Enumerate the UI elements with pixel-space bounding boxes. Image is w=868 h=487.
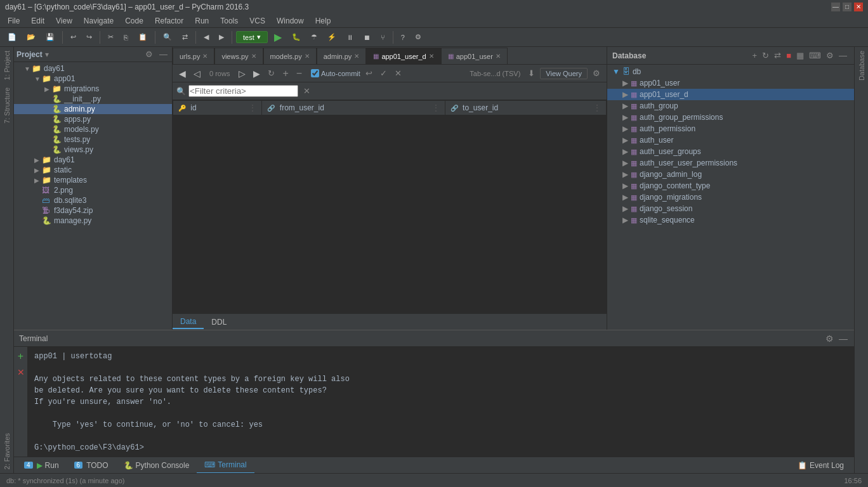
project-collapse-btn[interactable]: — bbox=[157, 48, 169, 60]
settings-button[interactable]: ⚙ bbox=[411, 31, 425, 43]
db-add-btn[interactable]: + bbox=[751, 49, 760, 62]
db-tree-app01-user[interactable]: ▶ ▦ app01_user bbox=[607, 77, 854, 89]
redo-button[interactable]: ↪ bbox=[82, 31, 96, 43]
terminal-add-tab-btn[interactable]: + bbox=[16, 349, 25, 363]
menu-file[interactable]: File bbox=[3, 15, 25, 27]
tree-item-templates[interactable]: ▶ 📁 templates bbox=[14, 175, 172, 185]
db-panel-minimize-btn[interactable]: — bbox=[837, 49, 849, 62]
db-tree-app01-user-d[interactable]: ▶ ▦ app01_user_d bbox=[607, 89, 854, 100]
tree-item-admin[interactable]: 🐍 admin.py bbox=[14, 104, 172, 114]
db-panel-grid-btn[interactable]: ▦ bbox=[794, 49, 806, 62]
tree-item-dbsqlite[interactable]: 🗃 db.sqlite3 bbox=[14, 195, 172, 205]
db-tree-auth-user-user-permissions[interactable]: ▶ ▦ auth_user_user_permissions bbox=[607, 157, 854, 169]
sidebar-database-label[interactable]: Database bbox=[857, 47, 867, 84]
db-tree-auth-group[interactable]: ▶ ▦ auth_group bbox=[607, 100, 854, 112]
col-resize-handle[interactable]: ⋮ bbox=[593, 103, 601, 112]
db-tree-auth-permission[interactable]: ▶ ▦ auth_permission bbox=[607, 123, 854, 134]
coverage-button[interactable]: ☂ bbox=[307, 31, 321, 43]
menu-vcs[interactable]: VCS bbox=[244, 15, 270, 27]
terminal-settings-btn[interactable]: ⚙ bbox=[824, 332, 835, 345]
db-nav-next-page-btn[interactable]: ▷ bbox=[236, 68, 248, 79]
bottom-tab-run[interactable]: 4 ▶ Run bbox=[16, 457, 67, 474]
db-delete-row-btn[interactable]: − bbox=[294, 67, 305, 81]
db-nav-next-btn[interactable]: ▶ bbox=[251, 68, 263, 79]
maximize-button[interactable]: □ bbox=[843, 3, 852, 11]
undo-button[interactable]: ↩ bbox=[67, 31, 80, 43]
tab-close-icon[interactable]: ✕ bbox=[496, 53, 501, 60]
close-button[interactable]: ✕ bbox=[854, 3, 863, 11]
help-button[interactable]: ? bbox=[397, 32, 409, 43]
terminal-close-tab-btn[interactable]: ✕ bbox=[16, 366, 26, 379]
menu-refactor[interactable]: Refactor bbox=[150, 15, 188, 27]
db-tree-django-admin-log[interactable]: ▶ ▦ django_admin_log bbox=[607, 169, 854, 180]
col-resize-handle[interactable]: ⋮ bbox=[249, 103, 256, 112]
db-export-btn[interactable]: Tab-se...d (TSV) bbox=[467, 68, 523, 79]
project-settings-btn[interactable]: ⚙ bbox=[143, 48, 155, 60]
tab-app01-user[interactable]: ▦ app01_user ✕ bbox=[441, 48, 508, 64]
sidebar-structure-label[interactable]: 7: Structure bbox=[2, 84, 12, 127]
db-tab-ddl[interactable]: DDL bbox=[204, 316, 234, 328]
db-commit-btn[interactable]: ✓ bbox=[378, 67, 390, 79]
tree-item-static[interactable]: ▶ 📁 static bbox=[14, 165, 172, 175]
db-panel-stop-btn[interactable]: ■ bbox=[784, 49, 793, 62]
db-add-row-btn[interactable]: + bbox=[280, 67, 291, 81]
pause-button[interactable]: ⏸ bbox=[343, 32, 357, 43]
col-id[interactable]: 🔑 id ⋮ bbox=[173, 101, 262, 115]
tree-item-init[interactable]: 🐍 __init__.py bbox=[14, 94, 172, 104]
tab-app01-user-d[interactable]: ▦ app01_user_d ✕ bbox=[366, 48, 440, 64]
menu-tools[interactable]: Tools bbox=[215, 15, 243, 27]
menu-window[interactable]: Window bbox=[272, 15, 309, 27]
bottom-tab-terminal[interactable]: ⌨ Terminal bbox=[197, 457, 254, 474]
tree-item-apps[interactable]: 🐍 apps.py bbox=[14, 114, 172, 124]
back-button[interactable]: ◀ bbox=[200, 31, 213, 43]
save-button[interactable]: 💾 bbox=[42, 31, 58, 43]
tree-item-day61[interactable]: ▼ 📁 day61 bbox=[14, 63, 172, 74]
tree-item-migrations[interactable]: ▶ 📁 migrations bbox=[14, 84, 172, 94]
tree-item-manage[interactable]: 🐍 manage.py bbox=[14, 216, 172, 226]
terminal-content[interactable]: app01 | usertotag Any objects related to… bbox=[28, 347, 854, 457]
run-config-selector[interactable]: test ▾ bbox=[236, 31, 268, 43]
view-query-button[interactable]: View Query bbox=[540, 68, 588, 79]
db-settings-btn[interactable]: ⚙ bbox=[590, 67, 603, 79]
filter-input[interactable] bbox=[188, 85, 298, 97]
tab-close-icon[interactable]: ✕ bbox=[251, 53, 256, 60]
db-tree-sqlite-sequence[interactable]: ▶ ▦ sqlite_sequence bbox=[607, 214, 854, 226]
db-download-btn[interactable]: ⬇ bbox=[525, 67, 537, 79]
menu-run[interactable]: Run bbox=[190, 15, 214, 27]
db-tree-auth-user[interactable]: ▶ ▦ auth_user bbox=[607, 134, 854, 146]
db-undo-btn[interactable]: ↩ bbox=[363, 67, 375, 79]
tab-models[interactable]: models.py ✕ bbox=[263, 48, 317, 64]
debug-button[interactable]: 🐛 bbox=[288, 31, 305, 43]
copy-button[interactable]: ⎘ bbox=[120, 32, 132, 43]
db-nav-prev-btn[interactable]: ◀ bbox=[176, 68, 188, 79]
find-button[interactable]: 🔍 bbox=[159, 31, 176, 43]
col-resize-handle[interactable]: ⋮ bbox=[432, 103, 440, 112]
minimize-button[interactable]: — bbox=[831, 3, 840, 11]
new-file-button[interactable]: 📄 bbox=[4, 31, 20, 43]
menu-edit[interactable]: Edit bbox=[26, 15, 49, 27]
open-button[interactable]: 📂 bbox=[23, 31, 39, 43]
tab-close-icon[interactable]: ✕ bbox=[202, 53, 207, 60]
col-to-user-id[interactable]: 🔗 to_user_id ⋮ bbox=[445, 101, 606, 115]
tab-admin[interactable]: admin.py ✕ bbox=[317, 48, 367, 64]
profile-button[interactable]: ⚡ bbox=[324, 31, 340, 43]
db-refresh-btn[interactable]: ↻ bbox=[265, 67, 277, 79]
db-tab-data[interactable]: Data bbox=[173, 315, 204, 329]
cut-button[interactable]: ✂ bbox=[104, 31, 117, 43]
col-from-user-id[interactable]: 🔗 from_user_id ⋮ bbox=[262, 101, 445, 115]
replace-button[interactable]: ⇄ bbox=[178, 31, 192, 43]
forward-button[interactable]: ▶ bbox=[215, 31, 228, 43]
stop-button[interactable]: ⏹ bbox=[360, 32, 374, 43]
menu-code[interactable]: Code bbox=[120, 15, 148, 27]
paste-button[interactable]: 📋 bbox=[135, 31, 151, 43]
tree-item-2png[interactable]: 🖼 2.png bbox=[14, 185, 172, 195]
db-panel-sync-btn[interactable]: ⇄ bbox=[772, 49, 783, 62]
tree-item-day61-sub[interactable]: ▶ 📁 day61 bbox=[14, 155, 172, 165]
db-nav-prev-page-btn[interactable]: ◁ bbox=[191, 68, 203, 79]
tab-close-icon[interactable]: ✕ bbox=[429, 53, 434, 60]
terminal-minimize-btn[interactable]: — bbox=[838, 332, 849, 345]
tab-close-icon[interactable]: ✕ bbox=[305, 53, 310, 60]
filter-close-btn[interactable]: ✕ bbox=[301, 85, 313, 97]
tree-item-app01[interactable]: ▼ 📁 app01 bbox=[14, 74, 172, 84]
tab-urls[interactable]: urls.py ✕ bbox=[173, 48, 214, 64]
